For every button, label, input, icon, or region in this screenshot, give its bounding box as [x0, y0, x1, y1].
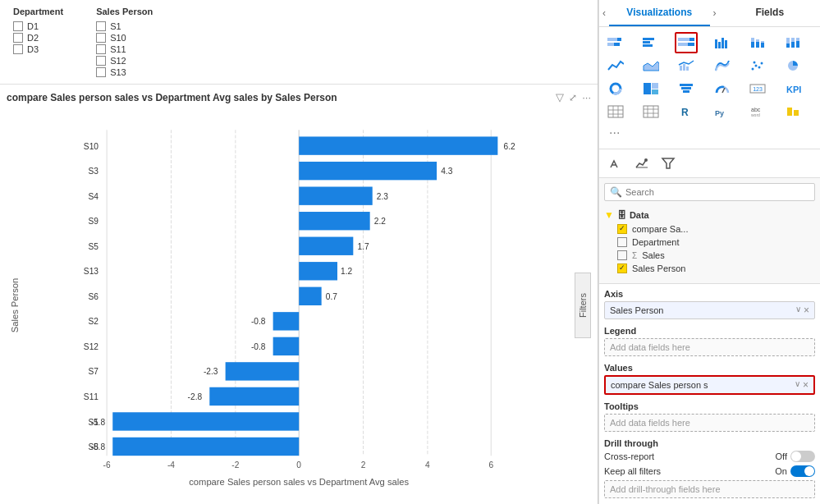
axis-field[interactable]: Sales Person ∨ × [604, 301, 815, 319]
values-dropdown-icon[interactable]: ∨ [795, 379, 800, 391]
more-options-icon[interactable]: ··· [582, 91, 591, 103]
checkbox-s13[interactable] [96, 67, 106, 77]
filters-tab[interactable]: Filters [575, 273, 591, 338]
fields-item-department[interactable]: Department [604, 236, 815, 249]
stacked-bar-icon[interactable] [604, 32, 627, 53]
search-input[interactable] [625, 187, 809, 197]
legend-field[interactable]: Add data fields here [604, 338, 815, 356]
pie-icon[interactable] [781, 55, 804, 76]
panel-expand-arrow[interactable]: › [710, 0, 720, 26]
svg-rect-10 [607, 43, 614, 46]
svg-rect-23 [751, 38, 754, 42]
funnel-icon[interactable] [675, 78, 698, 99]
clustered-bar-icon[interactable] [639, 32, 662, 53]
fields-group-data: ▼ 🗄 Data compare Sa... Department Σ Sale… [604, 208, 815, 275]
checkbox-d1[interactable] [13, 21, 23, 31]
donut-icon[interactable] [604, 78, 627, 99]
bar-s8[interactable] [112, 438, 299, 456]
viz-bottom-icons [599, 149, 820, 178]
stacked-col-icon[interactable] [746, 32, 769, 53]
expand-chart-icon[interactable]: ⤢ [569, 92, 577, 103]
axis-section: Axis Sales Person ∨ × [604, 289, 815, 319]
fields-item-sales-person[interactable]: Sales Person [604, 262, 815, 275]
bar-s10[interactable] [299, 136, 497, 154]
data-group-icon: 🗄 [617, 210, 626, 220]
filter-s10[interactable]: S10 [96, 33, 153, 43]
filter-chart-icon[interactable]: ▽ [556, 91, 564, 103]
bar-s11[interactable] [209, 387, 299, 405]
bar-s6[interactable] [299, 287, 321, 305]
filter-pane-icon[interactable] [657, 153, 680, 174]
bar-s1[interactable] [112, 412, 299, 430]
bar-s3[interactable] [299, 162, 437, 180]
line-clustered-icon[interactable] [675, 55, 698, 76]
checkbox-sales-person[interactable] [617, 263, 627, 273]
kpi-icon[interactable]: KPI [781, 78, 804, 99]
card-icon[interactable]: 123 [746, 78, 769, 99]
checkbox-d3[interactable] [13, 44, 23, 54]
more-viz-dots[interactable]: ··· [604, 126, 815, 144]
bar-s13[interactable] [299, 262, 337, 280]
stacked-col-100-icon[interactable] [781, 32, 804, 53]
svg-rect-25 [756, 39, 759, 42]
analytics-icon[interactable] [630, 153, 653, 174]
tab-fields[interactable]: Fields [720, 0, 821, 26]
checkbox-department[interactable] [617, 237, 627, 247]
filter-d3[interactable]: D3 [13, 44, 63, 54]
keep-filters-toggle[interactable]: On [775, 465, 815, 477]
bar-s9[interactable] [299, 212, 370, 230]
values-remove-btn[interactable]: × [803, 379, 809, 391]
filter-s13[interactable]: S13 [96, 67, 153, 77]
checkbox-d2[interactable] [13, 33, 23, 43]
matrix-icon[interactable] [639, 101, 662, 122]
treemap-icon[interactable] [639, 78, 662, 99]
bar-s7[interactable] [226, 362, 300, 380]
stacked-bar-100-icon[interactable] [675, 32, 698, 53]
panel-collapse-arrow[interactable]: ‹ [599, 0, 609, 26]
fields-group-header[interactable]: ▼ 🗄 Data [604, 208, 815, 222]
fields-item-sales[interactable]: Σ Sales [604, 249, 815, 262]
checkbox-s10[interactable] [96, 33, 106, 43]
svg-rect-27 [761, 41, 764, 43]
tab-visualizations[interactable]: Visualizations [609, 0, 710, 26]
bar-s4[interactable] [299, 186, 373, 204]
format-icon[interactable] [604, 153, 627, 174]
values-field[interactable]: compare Sales person s ∨ × [604, 375, 815, 395]
tooltips-field[interactable]: Add data fields here [604, 414, 815, 432]
filter-d1[interactable]: D1 [13, 21, 63, 31]
xtick-neg4: -4 [167, 460, 175, 470]
bar-label-s7: -2.3 [204, 367, 218, 376]
area-icon[interactable] [639, 55, 662, 76]
gauge-icon[interactable] [711, 78, 734, 99]
checkbox-s11[interactable] [96, 44, 106, 54]
keep-filters-track[interactable] [790, 465, 815, 477]
bar-s2[interactable] [273, 312, 300, 330]
cross-report-toggle[interactable]: Off [776, 451, 815, 462]
filter-d2[interactable]: D2 [13, 33, 63, 43]
cross-report-track[interactable] [790, 451, 815, 462]
ytick-s2: S2 [89, 317, 99, 326]
checkbox-s12[interactable] [96, 56, 106, 66]
values-label: Values [604, 363, 815, 373]
ribbon-icon[interactable] [711, 55, 734, 76]
bar-s5[interactable] [299, 237, 353, 255]
checkbox-s1[interactable] [96, 21, 106, 31]
powerbi-icon[interactable] [781, 101, 804, 122]
fields-item-compare[interactable]: compare Sa... [604, 222, 815, 236]
ribbon2-icon[interactable]: abcword [746, 101, 769, 122]
filter-s12[interactable]: S12 [96, 56, 153, 66]
checkbox-sales[interactable] [617, 250, 627, 260]
clustered-col-icon[interactable] [711, 32, 734, 53]
scatter-icon[interactable] [746, 55, 769, 76]
python-visual-icon[interactable]: Py [711, 101, 734, 122]
r-visual-icon[interactable]: R [675, 101, 698, 122]
filter-s11[interactable]: S11 [96, 44, 153, 54]
table-icon[interactable] [604, 101, 627, 122]
line-icon[interactable] [604, 55, 627, 76]
bar-s12[interactable] [273, 337, 300, 355]
axis-remove-btn[interactable]: × [804, 305, 809, 316]
checkbox-compare[interactable] [617, 224, 627, 234]
axis-dropdown-icon[interactable]: ∨ [795, 305, 801, 316]
drill-through-field[interactable]: Add drill-through fields here [604, 480, 815, 498]
filter-s1[interactable]: S1 [96, 21, 153, 31]
